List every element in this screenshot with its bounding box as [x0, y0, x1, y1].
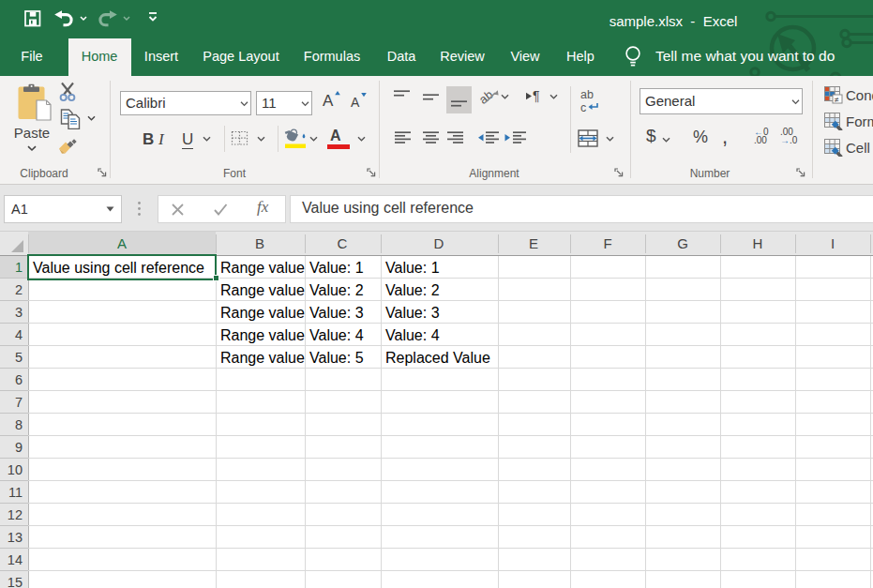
- svg-text:≠: ≠: [835, 95, 839, 104]
